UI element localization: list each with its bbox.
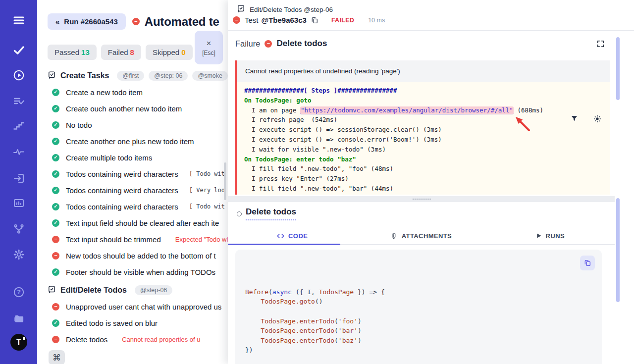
suite-header[interactable]: Edit/Delete Todos@step-06	[48, 284, 228, 296]
code-line: TodosPage.enterTodo('bar')	[245, 326, 592, 336]
panel-resize-handle[interactable]	[228, 196, 615, 202]
close-detail-button[interactable]: × [Esc]	[195, 31, 223, 64]
step-line: I fill field ".new-todo", "foo" (48ms)	[244, 164, 603, 174]
test-title: New todos should be added to the bottom …	[66, 252, 216, 260]
filter-skipped-button[interactable]: Skipped0	[146, 45, 193, 60]
code-token: TodosPage.enterTodo	[261, 327, 334, 334]
runs-icon	[536, 233, 542, 239]
code-icon	[277, 233, 284, 239]
code-token: TodosPage.goto	[261, 298, 315, 305]
test-row[interactable]: Create a new todo item	[52, 87, 228, 98]
settings-gear-icon[interactable]	[12, 248, 25, 261]
test-row[interactable]: Edited todo is saved on blur	[52, 317, 228, 328]
code-token: (	[334, 337, 338, 344]
suite-title: Create Tasks	[60, 71, 109, 80]
code-token: (	[268, 288, 272, 296]
test-row[interactable]: Todos containing weird characters[ Todo …	[52, 201, 228, 212]
copy-code-button[interactable]	[580, 256, 595, 270]
code-token: TodosPage.enterTodo	[261, 317, 334, 325]
brightness-icon[interactable]	[593, 115, 601, 123]
detail-scrollbar-bottom[interactable]	[616, 198, 620, 302]
step-line: I execute script () => console.error('Bo…	[244, 135, 603, 145]
test-row[interactable]: No todo	[52, 119, 228, 130]
test-row[interactable]: Create ouch another new todo item	[52, 103, 228, 114]
test-title: Todos containing weird characters	[66, 186, 178, 195]
close-icon: ×	[207, 39, 211, 48]
play-circle-icon[interactable]	[12, 69, 25, 82]
code-token: Before	[245, 288, 268, 296]
code-token: ({ I,	[292, 288, 319, 296]
tag-pill[interactable]: @first	[117, 71, 144, 81]
test-row[interactable]: Delete todosCannot read properties of u	[52, 334, 228, 345]
test-row[interactable]: Todos containing weird characters[ Very …	[52, 185, 228, 196]
filter-steps-icon[interactable]	[571, 115, 578, 123]
step-text: I fill field ".new-todo", "foo" (48ms)	[244, 165, 393, 172]
test-row[interactable]: Create multiple todo items	[52, 152, 228, 163]
test-title: Delete todos	[66, 335, 107, 344]
test-id: @Tbe9a63c3	[262, 16, 307, 24]
copy-test-id-button[interactable]	[311, 16, 318, 24]
passed-icon	[52, 268, 59, 276]
duration-label: 10 ms	[368, 17, 385, 24]
activity-icon[interactable]	[12, 146, 25, 158]
tag-pill[interactable]: @step-06	[135, 285, 172, 295]
projects-folder-icon[interactable]	[12, 312, 25, 325]
tab-attachments[interactable]: ATTACHMENTS	[357, 227, 485, 244]
steps-icon[interactable]	[12, 119, 25, 132]
fullscreen-icon[interactable]	[596, 40, 605, 50]
code-line: Before(async ({ I, TodosPage }) => {	[245, 287, 592, 297]
menu-icon[interactable]	[12, 14, 25, 27]
test-row[interactable]: Todos containing weird characters[ Todo …	[52, 168, 228, 179]
tab-runs[interactable]: RUNS	[486, 227, 615, 244]
code-line: TodosPage.enterTodo('baz')	[245, 336, 592, 346]
code-token	[245, 298, 261, 305]
step-text: I fill field ".new-todo", "bar" (44ms)	[244, 185, 393, 192]
tag-pill[interactable]: @smoke	[192, 71, 228, 81]
test-detail-panel: Edit/Delete Todos @step-06 Test @Tbe9a63…	[228, 0, 634, 364]
step-url-link[interactable]: "https://todomvc.com/examples/angular/di…	[300, 106, 514, 114]
failed-icon	[52, 336, 59, 343]
test-row[interactable]: Unapproved user cant chat with unapprove…	[52, 301, 228, 312]
filter-failed-button[interactable]: Failed8	[101, 45, 141, 60]
bar-chart-icon[interactable]	[12, 197, 25, 209]
failed-icon	[52, 252, 59, 260]
code-token	[245, 317, 261, 325]
list-check-icon[interactable]	[12, 95, 25, 107]
tab-code[interactable]: CODE	[228, 227, 357, 244]
test-row[interactable]: Create another one plus new todo item	[52, 136, 228, 147]
code-line	[245, 355, 592, 364]
test-row[interactable]: Text input field should be cleared after…	[52, 217, 228, 228]
failure-test-title: Delete todos	[276, 39, 327, 49]
passed-icon	[52, 187, 59, 194]
detail-scrollbar-top[interactable]	[616, 37, 620, 100]
run-failed-icon	[132, 18, 140, 25]
suite-header[interactable]: Create Tasks@first@step: 06@smoke@sto	[48, 70, 228, 82]
step-text: I refresh page (542ms)	[244, 116, 337, 123]
login-icon[interactable]	[12, 172, 25, 185]
filter-passed-button[interactable]: Passed13	[48, 45, 97, 60]
app-logo[interactable]: T	[10, 334, 27, 351]
suite-tags: @first@step: 06@smoke@sto	[117, 71, 228, 81]
help-icon[interactable]: ?	[12, 286, 25, 299]
run-id-label: Run #2660a543	[64, 17, 117, 26]
tag-pill[interactable]: @step: 06	[149, 71, 188, 81]
keyboard-shortcuts-button[interactable]: ⌘	[49, 350, 65, 364]
code-line	[245, 307, 592, 316]
test-row[interactable]: New todos should be added to the bottom …	[52, 250, 228, 261]
left-panel-scrollbar[interactable]	[224, 162, 226, 200]
passed-icon	[52, 105, 59, 112]
back-to-run-button[interactable]: « Run #2660a543	[48, 13, 126, 30]
branch-icon[interactable]	[12, 222, 25, 235]
attachment-icon	[391, 232, 398, 240]
test-row[interactable]: Footer should be visible when adding TOD…	[52, 266, 228, 277]
test-row[interactable]: Text input should be trimmedExpected "To…	[52, 234, 228, 245]
check-icon[interactable]	[12, 44, 25, 56]
breadcrumb[interactable]: Edit/Delete Todos @step-06	[250, 6, 333, 13]
section-test-title[interactable]: Delete todos	[246, 207, 296, 220]
step-text: (688ms)	[514, 106, 543, 114]
test-title: Create ouch another new todo item	[66, 104, 182, 113]
test-error-preview: Expected "Todo wi	[175, 236, 228, 243]
code-line: TodosPage.enterTodo('foo')	[245, 316, 592, 326]
code-block: Before(async ({ I, TodosPage }) => { Tod…	[235, 250, 602, 364]
passed-icon	[52, 121, 59, 129]
